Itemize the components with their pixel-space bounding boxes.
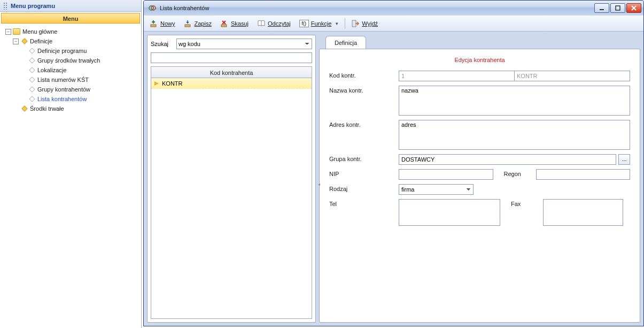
titlebar: Lista kontrahentów xyxy=(144,1,643,16)
nazwa-field[interactable]: nazwa xyxy=(399,86,630,116)
plus-icon xyxy=(150,19,158,28)
menu-title-bar: Menu programu xyxy=(0,0,141,12)
tree-item[interactable]: Grupy kontrahentów xyxy=(5,85,140,94)
label-nip: NIP xyxy=(329,169,399,177)
fax-field[interactable] xyxy=(543,199,623,226)
grid-body: KONTR xyxy=(151,78,312,319)
diamond-icon xyxy=(29,86,35,92)
tab-body: Edycja kontrahenta Kod kontr. Nazwa kont… xyxy=(319,49,640,323)
window-title: Lista kontrahentów xyxy=(160,5,209,11)
fx-icon: f() xyxy=(299,20,309,27)
tree-srodki[interactable]: Środki trwałe xyxy=(5,104,140,113)
tree-item[interactable]: Lista numerów KŚT xyxy=(5,75,140,85)
grid-header[interactable]: Kod kontrahenta xyxy=(151,66,312,78)
tab-definicja[interactable]: Definicja xyxy=(325,36,366,49)
read-button[interactable]: Odczytaj xyxy=(253,17,294,30)
collapse-icon[interactable]: − xyxy=(5,29,11,35)
grupa-pick-button[interactable]: ... xyxy=(618,154,630,165)
label-regon: Regon xyxy=(504,169,536,177)
diamond-icon xyxy=(29,77,35,82)
functions-button[interactable]: f() Funkcje ▼ xyxy=(296,18,343,29)
tree-item-active[interactable]: Lista kontrahentów xyxy=(5,94,140,104)
tab-strip: Definicja xyxy=(319,35,640,49)
tree-item[interactable]: Definicje programu xyxy=(5,46,140,56)
splitter-handle[interactable] xyxy=(318,179,321,195)
new-button[interactable]: Nowy xyxy=(146,17,179,30)
label-kod: Kod kontr. xyxy=(329,71,399,79)
list-panel: Szukaj wg kodu Kod kontrahenta KONTR xyxy=(147,35,316,323)
child-window: Lista kontrahentów Nowy Zapisz Skasuj Od… xyxy=(143,0,644,326)
label-grupa: Grupa kontr. xyxy=(329,154,399,162)
adres-field[interactable]: adres xyxy=(399,120,630,150)
label-adres: Adres kontr. xyxy=(329,120,399,128)
svg-rect-10 xyxy=(221,25,227,27)
close-button[interactable] xyxy=(626,3,641,13)
diamond-icon xyxy=(29,48,35,54)
form-panel: Definicja Edycja kontrahenta Kod kontr. … xyxy=(319,35,640,323)
grip-icon xyxy=(3,2,7,10)
filter-input[interactable] xyxy=(151,52,312,63)
menu-tree: − Menu główne − Definicje Definicje prog… xyxy=(0,25,141,116)
toolbar: Nowy Zapisz Skasuj Odczytaj f() Funkcje … xyxy=(144,16,643,32)
maximize-button[interactable] xyxy=(610,3,625,13)
search-mode-combo[interactable]: wg kodu xyxy=(176,39,312,49)
nip-field[interactable] xyxy=(399,169,493,180)
search-label: Szukaj xyxy=(151,41,172,47)
svg-rect-14 xyxy=(352,20,356,27)
label-tel: Tel xyxy=(329,199,399,207)
kod-field xyxy=(514,71,630,81)
label-fax: Fax xyxy=(511,199,543,207)
menu-heading: Menu xyxy=(1,13,140,24)
save-icon xyxy=(184,19,192,28)
chevron-down-icon: ▼ xyxy=(335,21,339,26)
diamond-icon xyxy=(21,105,27,111)
tree-root[interactable]: − Menu główne xyxy=(5,27,140,36)
svg-rect-8 xyxy=(152,21,155,22)
minimize-button[interactable] xyxy=(594,3,609,13)
menu-panel: Menu programu Menu − Menu główne − Defin… xyxy=(0,0,142,328)
collapse-icon[interactable]: − xyxy=(13,39,19,44)
app-icon xyxy=(148,4,157,12)
menu-title: Menu programu xyxy=(11,3,55,9)
tel-field[interactable] xyxy=(399,199,500,226)
delete-button[interactable]: Skasuj xyxy=(216,17,252,30)
form-title: Edycja kontrahenta xyxy=(329,57,630,63)
diamond-icon xyxy=(29,96,35,102)
tree-definicje[interactable]: − Definicje xyxy=(5,36,140,46)
svg-rect-3 xyxy=(616,6,620,10)
label-nazwa: Nazwa kontr. xyxy=(329,86,399,94)
diamond-icon xyxy=(29,67,35,73)
grupa-field[interactable] xyxy=(399,154,616,165)
rodzaj-combo[interactable]: firma xyxy=(399,184,474,195)
delete-icon xyxy=(220,19,229,28)
svg-rect-6 xyxy=(151,25,156,27)
row-indicator-icon xyxy=(153,80,160,87)
diamond-icon xyxy=(21,38,27,44)
tree-item[interactable]: Grupy środków trwałych xyxy=(5,56,140,65)
regon-field[interactable] xyxy=(536,169,631,180)
exit-icon xyxy=(351,19,360,28)
svg-rect-9 xyxy=(185,25,190,27)
diamond-icon xyxy=(29,57,35,63)
save-button[interactable]: Zapisz xyxy=(180,17,215,30)
folder-icon xyxy=(13,28,20,35)
grid-row[interactable]: KONTR xyxy=(151,78,312,89)
kod-id-field xyxy=(399,71,515,81)
label-rodzaj: Rodzaj xyxy=(329,184,399,192)
book-icon xyxy=(257,19,266,28)
exit-button[interactable]: Wyjdź xyxy=(347,17,382,30)
cell-kod: KONTR xyxy=(162,80,183,87)
separator xyxy=(345,18,345,29)
tree-item[interactable]: Lokalizacje xyxy=(5,65,140,75)
